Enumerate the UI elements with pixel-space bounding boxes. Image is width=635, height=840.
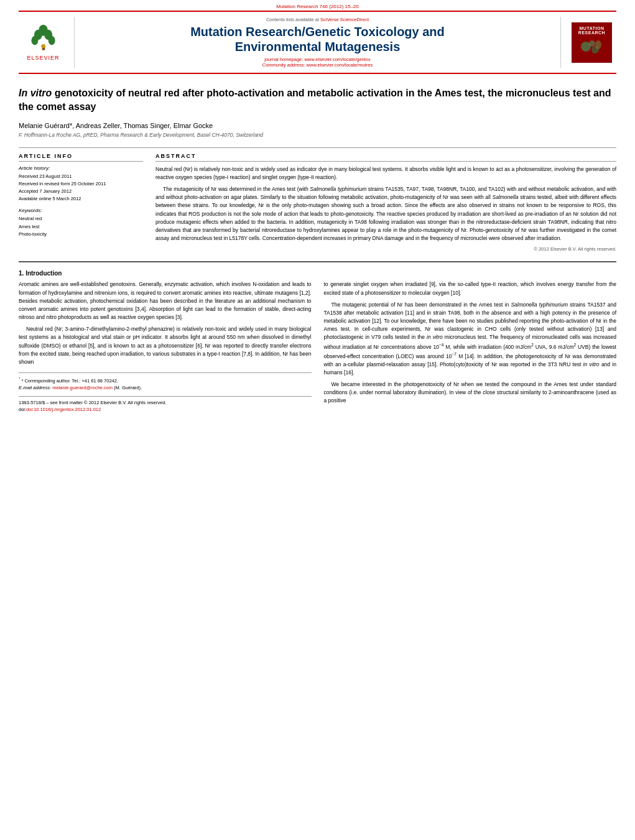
body-p2: Neutral red (Nr; 3-amino-7-dimethylamino… [19, 325, 312, 366]
community-url: www.elsevier.com/locate/mutres [307, 62, 373, 68]
svg-point-4 [31, 35, 38, 45]
footnote-email: melanie.guerard@roche.com [52, 385, 113, 390]
available-date: Available online 5 March 2012 [19, 195, 143, 203]
main-content: In vitro genotoxicity of neutral red aft… [0, 74, 635, 420]
mutation-logo-image [577, 37, 608, 59]
sciverse-link: SciVerse ScienceDirect [320, 17, 369, 22]
title-rest-part: genotoxicity of neutral red after photo-… [19, 88, 611, 112]
contents-line: Contents lists available at SciVerse Sci… [81, 17, 554, 22]
keywords-title: Keywords: [19, 208, 143, 213]
info-abstract-section: ARTICLE INFO Article history: Received 2… [19, 153, 616, 252]
footer-issn-section: 1383-5718/$ – see front matter © 2012 El… [19, 396, 312, 413]
footnote-text: * * Corresponding author. Tel.: +41 61 6… [19, 376, 312, 391]
mutation-logo-box: MUTATIONRESEARCH [572, 22, 612, 63]
svg-point-7 [40, 44, 45, 47]
body-right-p2: The mutagenic potential of Nr has been d… [324, 301, 617, 377]
homepage-label: journal homepage: [264, 57, 304, 62]
journal-reference: Mutation Research 746 (2012) 15–20 [276, 4, 359, 9]
title-italic-part: In vitro [19, 88, 52, 98]
mutation-logo-text: MUTATIONRESEARCH [578, 26, 605, 35]
elsevier-tree-icon [28, 24, 59, 52]
received-date: Received 23 August 2011 [19, 173, 143, 180]
article-history: Article history: Received 23 August 2011… [19, 165, 143, 203]
footer-issn: 1383-5718/$ – see front matter © 2012 El… [19, 399, 312, 406]
body-col-right: to generate singlet oxygen when irradiat… [324, 280, 617, 413]
authors: Melanie Guérard*, Andreas Zeller, Thomas… [19, 122, 616, 129]
body-col-left: Aromatic amines are well-established gen… [19, 280, 312, 413]
abstract-header: ABSTRACT [155, 153, 616, 162]
keyword-2: Ames test [19, 223, 143, 231]
keyword-3: Photo-toxicity [19, 231, 143, 239]
abstract-p1: Neutral red (Nr) is relatively non-toxic… [155, 165, 616, 182]
history-title: Article history: [19, 165, 143, 171]
salmonella-italic: Salmonella typhimurium [310, 186, 366, 192]
copyright-line: © 2012 Elsevier B.V. All rights reserved… [155, 246, 616, 252]
doi-link: doi:10.1016/j.mrgentox.2012.01.012 [26, 407, 101, 412]
abstract-text: Neutral red (Nr) is relatively non-toxic… [155, 165, 616, 243]
page: Mutation Research 746 (2012) 15–20 ELSEV… [0, 0, 635, 840]
community-label: Community address: [262, 62, 307, 68]
journal-info: Contents lists available at SciVerse Sci… [81, 17, 554, 68]
keywords-section: Keywords: Neutral red Ames test Photo-to… [19, 208, 143, 239]
revised-date: Received in revised form 25 October 2011 [19, 180, 143, 188]
footnote-section: * * Corresponding author. Tel.: +41 61 6… [19, 372, 312, 391]
journal-title: Mutation Research/Genetic Toxicology and… [81, 24, 554, 54]
mutation-logo-graphic [577, 37, 608, 59]
elsevier-logo: ELSEVIER [19, 17, 75, 68]
section1-title: 1. Introduction [19, 270, 616, 277]
keyword-1: Neutral red [19, 215, 143, 223]
mutation-research-logo: MUTATIONRESEARCH [560, 17, 616, 68]
svg-point-11 [589, 40, 595, 47]
abstract-p2: The mutagenicity of Nr was determined in… [155, 185, 616, 242]
body-right-p1: to generate singlet oxygen when irradiat… [324, 280, 617, 297]
body-text-left: Aromatic amines are well-established gen… [19, 280, 312, 366]
article-info-header: ARTICLE INFO [19, 153, 143, 162]
body-text-right: to generate singlet oxygen when irradiat… [324, 280, 617, 405]
journal-bar: Mutation Research 746 (2012) 15–20 [0, 0, 635, 11]
footer-doi: doi:doi:10.1016/j.mrgentox.2012.01.012 [19, 406, 312, 413]
journal-header: ELSEVIER Contents lists available at Sci… [19, 11, 616, 74]
svg-point-5 [48, 35, 55, 45]
body-divider [19, 261, 616, 262]
header-divider [19, 147, 616, 148]
svg-point-12 [595, 40, 601, 49]
body-p1: Aromatic amines are well-established gen… [19, 280, 312, 321]
body-right-p3: We became interested in the photogenotox… [324, 381, 617, 405]
journal-links: journal homepage: www.elsevier.com/locat… [81, 57, 554, 68]
affiliation: F. Hoffmann-La Roche AG, pRED, Pharma Re… [19, 132, 616, 138]
body-two-col: Aromatic amines are well-established gen… [19, 280, 616, 413]
article-info-column: ARTICLE INFO Article history: Received 2… [19, 153, 143, 252]
abstract-column: ABSTRACT Neutral red (Nr) is relatively … [155, 153, 616, 252]
elsevier-text: ELSEVIER [27, 55, 59, 61]
article-title: In vitro genotoxicity of neutral red aft… [19, 86, 616, 114]
accepted-date: Accepted 7 January 2012 [19, 188, 143, 195]
homepage-url: www.elsevier.com/locate/gentox [304, 57, 370, 62]
